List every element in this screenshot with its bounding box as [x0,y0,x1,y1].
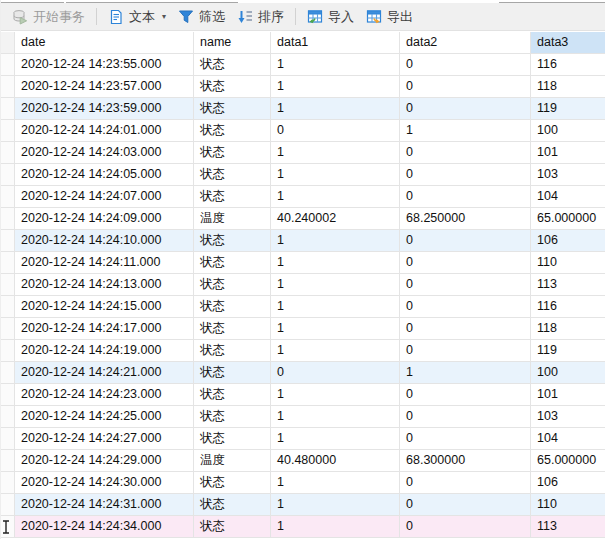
row-selector[interactable] [1,428,15,450]
cell-date[interactable]: 2020-12-24 14:23:55.000 [15,54,194,76]
column-header-data1[interactable]: data1 [271,32,400,54]
cell-name[interactable]: 温度 [194,450,271,472]
cell-data3[interactable]: 116 [531,296,605,318]
row-selector[interactable] [1,384,15,406]
cell-name[interactable]: 状态 [194,186,271,208]
cell-data3[interactable]: 104 [531,428,605,450]
cell-data3[interactable]: 104 [531,186,605,208]
cell-data2[interactable]: 1 [400,120,531,142]
cell-data1[interactable]: 1 [271,516,400,538]
cell-data3[interactable]: 103 [531,164,605,186]
cell-data3[interactable]: 103 [531,406,605,428]
cell-data1[interactable]: 1 [271,428,400,450]
row-selector[interactable] [1,142,15,164]
cell-data2[interactable]: 0 [400,98,531,120]
row-selector[interactable] [1,494,15,516]
cell-data1[interactable]: 1 [271,340,400,362]
cell-data1[interactable]: 1 [271,384,400,406]
cell-data3[interactable]: 116 [531,54,605,76]
cell-data3[interactable]: 100 [531,120,605,142]
cell-name[interactable]: 状态 [194,230,271,252]
cell-data3[interactable]: 65.000000 [531,208,605,230]
cell-data2[interactable]: 0 [400,494,531,516]
text-view-button[interactable]: 文本 ▾ [102,5,172,29]
cell-data3[interactable]: 118 [531,318,605,340]
row-selector-header[interactable] [1,32,15,54]
cell-data1[interactable]: 1 [271,164,400,186]
row-selector[interactable] [1,98,15,120]
column-header-data2[interactable]: data2 [400,32,531,54]
cell-data3[interactable]: 100 [531,362,605,384]
cell-date[interactable]: 2020-12-24 14:24:09.000 [15,208,194,230]
cell-name[interactable]: 状态 [194,516,271,538]
cell-date[interactable]: 2020-12-24 14:24:23.000 [15,384,194,406]
column-header-date[interactable]: date [15,32,194,54]
cell-data1[interactable]: 40.240002 [271,208,400,230]
cell-name[interactable]: 状态 [194,384,271,406]
cell-date[interactable]: 2020-12-24 14:24:15.000 [15,296,194,318]
cell-date[interactable]: 2020-12-24 14:24:29.000 [15,450,194,472]
cell-date[interactable]: 2020-12-24 14:24:03.000 [15,142,194,164]
cell-data3[interactable]: 65.000000 [531,450,605,472]
row-selector[interactable] [1,274,15,296]
cell-data1[interactable]: 1 [271,76,400,98]
cell-data2[interactable]: 0 [400,186,531,208]
cell-date[interactable]: 2020-12-24 14:24:13.000 [15,274,194,296]
chevron-down-icon[interactable]: ▾ [162,12,166,21]
cell-data1[interactable]: 0 [271,120,400,142]
cell-data2[interactable]: 68.300000 [400,450,531,472]
row-selector[interactable] [1,252,15,274]
cell-date[interactable]: 2020-12-24 14:24:25.000 [15,406,194,428]
cell-data1[interactable]: 1 [271,274,400,296]
cell-date[interactable]: 2020-12-24 14:24:05.000 [15,164,194,186]
cell-data2[interactable]: 0 [400,318,531,340]
cell-date[interactable]: 2020-12-24 14:24:34.000 [15,516,194,538]
cell-name[interactable]: 状态 [194,142,271,164]
cell-data1[interactable]: 1 [271,318,400,340]
cell-name[interactable]: 状态 [194,494,271,516]
cell-name[interactable]: 状态 [194,274,271,296]
cell-data3[interactable]: 106 [531,472,605,494]
cell-data3[interactable]: 119 [531,98,605,120]
cell-data1[interactable]: 0 [271,362,400,384]
cell-data2[interactable]: 0 [400,274,531,296]
row-selector[interactable] [1,164,15,186]
cell-date[interactable]: 2020-12-24 14:24:11.000 [15,252,194,274]
column-header-name[interactable]: name [194,32,271,54]
cell-data1[interactable]: 1 [271,54,400,76]
cell-date[interactable]: 2020-12-24 14:23:59.000 [15,98,194,120]
begin-transaction-button[interactable]: 开始事务 [6,5,91,29]
cell-name[interactable]: 状态 [194,98,271,120]
cell-name[interactable]: 状态 [194,428,271,450]
cell-data1[interactable]: 40.480000 [271,450,400,472]
cell-name[interactable]: 状态 [194,362,271,384]
sort-button[interactable]: 排序 [231,5,290,29]
cell-data2[interactable]: 0 [400,230,531,252]
cell-data2[interactable]: 0 [400,54,531,76]
cell-name[interactable]: 状态 [194,296,271,318]
cell-name[interactable]: 温度 [194,208,271,230]
cell-data3[interactable]: 106 [531,230,605,252]
cell-data3[interactable]: 110 [531,494,605,516]
cell-name[interactable]: 状态 [194,76,271,98]
cell-data1[interactable]: 1 [271,296,400,318]
cell-data1[interactable]: 1 [271,494,400,516]
row-selector[interactable] [1,450,15,472]
cell-data2[interactable]: 68.250000 [400,208,531,230]
cell-data1[interactable]: 1 [271,142,400,164]
cell-date[interactable]: 2020-12-24 14:24:31.000 [15,494,194,516]
cell-data1[interactable]: 1 [271,472,400,494]
row-selector[interactable] [1,516,15,538]
cell-name[interactable]: 状态 [194,318,271,340]
row-selector[interactable] [1,318,15,340]
row-selector[interactable] [1,186,15,208]
row-selector[interactable] [1,208,15,230]
cell-data2[interactable]: 0 [400,76,531,98]
row-selector[interactable] [1,120,15,142]
cell-data3[interactable]: 101 [531,384,605,406]
cell-data2[interactable]: 1 [400,362,531,384]
cell-date[interactable]: 2020-12-24 14:23:57.000 [15,76,194,98]
cell-data3[interactable]: 119 [531,340,605,362]
cell-data3[interactable]: 113 [531,274,605,296]
row-selector[interactable] [1,340,15,362]
